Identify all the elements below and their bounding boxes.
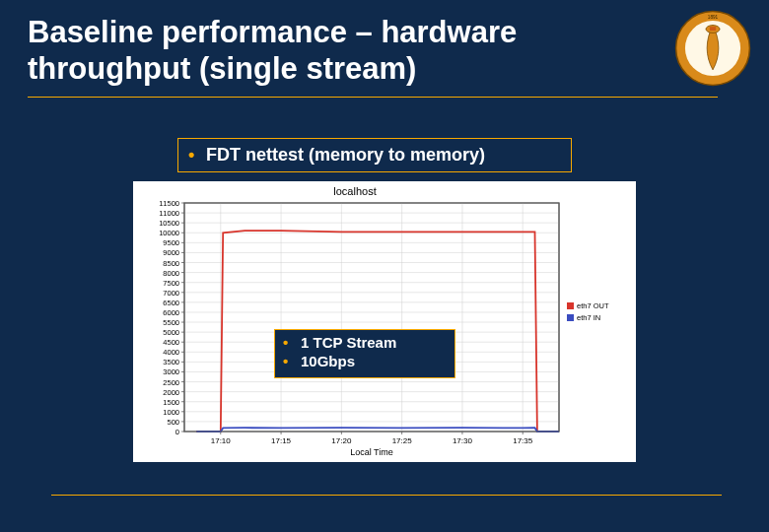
annotation-box: •1 TCP Stream •10Gbps bbox=[274, 329, 455, 378]
svg-text:6500: 6500 bbox=[163, 299, 179, 307]
svg-rect-6 bbox=[184, 203, 559, 432]
svg-text:10500: 10500 bbox=[159, 219, 179, 228]
svg-text:4000: 4000 bbox=[163, 348, 179, 357]
svg-text:eth7 IN: eth7 IN bbox=[577, 313, 600, 322]
svg-text:3500: 3500 bbox=[163, 358, 179, 366]
chart-container: localhost0500100015002000250030003500400… bbox=[133, 181, 636, 462]
svg-text:17:10: 17:10 bbox=[211, 436, 232, 445]
svg-text:4500: 4500 bbox=[163, 338, 179, 347]
svg-text:11500: 11500 bbox=[159, 199, 179, 208]
svg-text:17:15: 17:15 bbox=[271, 436, 292, 445]
svg-text:9000: 9000 bbox=[163, 248, 179, 257]
svg-text:5000: 5000 bbox=[163, 328, 179, 337]
svg-text:Local Time: Local Time bbox=[350, 447, 393, 457]
line-chart: localhost0500100015002000250030003500400… bbox=[133, 181, 636, 462]
svg-text:11000: 11000 bbox=[159, 209, 179, 218]
bullet-dot-icon: • bbox=[188, 145, 206, 166]
svg-text:0: 0 bbox=[175, 428, 179, 436]
slide-title: Baseline performance – hardware throughp… bbox=[28, 14, 619, 87]
svg-text:8000: 8000 bbox=[163, 269, 179, 278]
svg-text:5500: 5500 bbox=[163, 318, 179, 327]
footer-divider bbox=[51, 495, 722, 496]
svg-text:6000: 6000 bbox=[163, 308, 179, 317]
svg-text:8500: 8500 bbox=[163, 259, 179, 268]
main-bullet-text: FDT nettest (memory to memory) bbox=[206, 145, 485, 165]
svg-text:9500: 9500 bbox=[163, 238, 179, 247]
svg-text:2500: 2500 bbox=[163, 378, 179, 387]
svg-text:17:20: 17:20 bbox=[331, 436, 352, 445]
caltech-logo-icon: 1891 bbox=[674, 10, 751, 87]
svg-text:10000: 10000 bbox=[159, 229, 179, 237]
bullet-dot-icon: • bbox=[283, 353, 301, 371]
svg-text:localhost: localhost bbox=[333, 185, 376, 197]
svg-text:1891: 1891 bbox=[708, 15, 719, 20]
svg-rect-101 bbox=[567, 314, 574, 321]
annot-line1: 1 TCP Stream bbox=[301, 334, 396, 351]
bullet-dot-icon: • bbox=[283, 334, 301, 353]
svg-text:7500: 7500 bbox=[163, 279, 179, 288]
slide: Baseline performance – hardware throughp… bbox=[0, 0, 769, 532]
annot-line2: 10Gbps bbox=[301, 353, 355, 369]
svg-text:1000: 1000 bbox=[163, 408, 179, 417]
svg-text:eth7 OUT: eth7 OUT bbox=[577, 301, 609, 310]
main-bullet-box: •FDT nettest (memory to memory) bbox=[177, 138, 572, 172]
svg-rect-3 bbox=[710, 27, 716, 31]
svg-text:17:30: 17:30 bbox=[453, 436, 473, 445]
title-divider bbox=[28, 97, 718, 98]
svg-text:1500: 1500 bbox=[163, 398, 179, 407]
svg-text:500: 500 bbox=[167, 418, 179, 427]
svg-text:17:35: 17:35 bbox=[513, 436, 533, 445]
svg-text:3000: 3000 bbox=[163, 367, 179, 376]
svg-text:17:25: 17:25 bbox=[392, 436, 413, 445]
svg-text:2000: 2000 bbox=[163, 388, 179, 397]
svg-rect-99 bbox=[567, 302, 574, 309]
svg-text:7000: 7000 bbox=[163, 289, 179, 298]
